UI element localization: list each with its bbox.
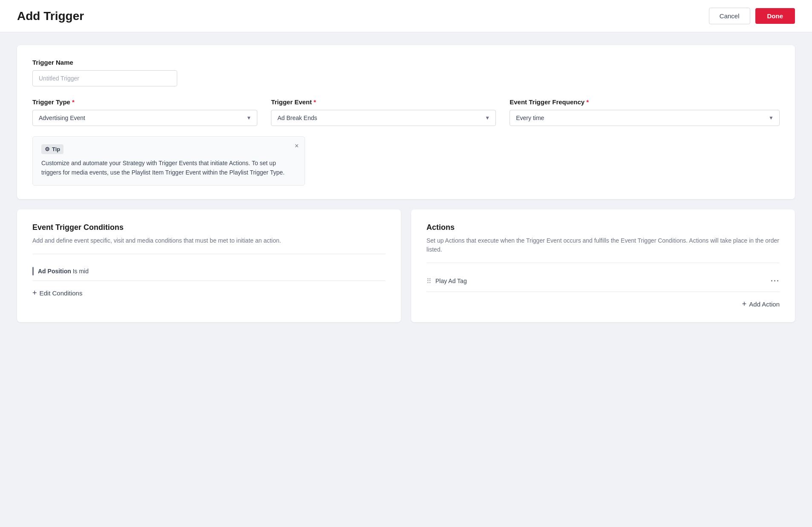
trigger-event-select[interactable]: Ad Break Ends Ad Break Starts Ad Complet… [271, 110, 496, 126]
cancel-button[interactable]: Cancel [709, 8, 750, 24]
header: Add Trigger Cancel Done [0, 0, 812, 32]
actions-card: Actions Set up Actions that execute when… [411, 209, 795, 322]
action-menu-button[interactable]: ··· [771, 277, 780, 286]
tip-close-button[interactable]: × [295, 143, 299, 149]
actions-description: Set up Actions that execute when the Tri… [426, 236, 780, 254]
event-trigger-frequency-wrapper: Every time Once Once per session ▼ [510, 110, 780, 126]
add-action-button[interactable]: + Add Action [742, 300, 780, 309]
trigger-name-label: Trigger Name [32, 59, 780, 66]
condition-bar [32, 267, 34, 275]
trigger-type-label: Trigger Type* [32, 98, 257, 106]
tip-header: ⚙ Tip [41, 144, 296, 154]
condition-text: Ad Position Is mid [38, 268, 89, 275]
trigger-event-group: Trigger Event* Ad Break Ends Ad Break St… [271, 98, 496, 126]
event-trigger-frequency-group: Event Trigger Frequency* Every time Once… [510, 98, 780, 126]
selects-row: Trigger Type* Advertising Event Playlist… [32, 98, 780, 126]
tip-text: Customize and automate your Strategy wit… [41, 158, 296, 178]
conditions-card: Event Trigger Conditions Add and define … [17, 209, 401, 322]
action-item: ⠿ Play Ad Tag ··· [426, 271, 780, 292]
condition-operator: Is [73, 268, 79, 275]
trigger-name-input[interactable] [32, 70, 177, 86]
trigger-type-group: Trigger Type* Advertising Event Playlist… [32, 98, 257, 126]
conditions-divider [32, 254, 386, 254]
action-left: ⠿ Play Ad Tag [426, 277, 467, 285]
header-actions: Cancel Done [709, 8, 795, 24]
trigger-event-label: Trigger Event* [271, 98, 496, 106]
add-action-plus-icon: + [742, 300, 747, 309]
tip-box: ⚙ Tip × Customize and automate your Stra… [32, 136, 305, 186]
actions-divider [426, 263, 780, 263]
drag-handle-icon: ⠿ [426, 277, 431, 285]
page-title: Add Trigger [17, 9, 84, 23]
trigger-name-field: Trigger Name [32, 59, 780, 86]
trigger-type-wrapper: Advertising Event Playlist Trigger Playe… [32, 110, 257, 126]
trigger-type-select[interactable]: Advertising Event Playlist Trigger Playe… [32, 110, 257, 126]
conditions-description: Add and define event specific, visit and… [32, 236, 386, 245]
bottom-row: Event Trigger Conditions Add and define … [17, 209, 795, 322]
event-trigger-frequency-label: Event Trigger Frequency* [510, 98, 780, 106]
tip-label: Tip [52, 146, 60, 152]
main-content: Trigger Name Trigger Type* Advertising E… [0, 32, 812, 335]
trigger-event-wrapper: Ad Break Ends Ad Break Starts Ad Complet… [271, 110, 496, 126]
conditions-title: Event Trigger Conditions [32, 223, 386, 232]
gear-icon: ⚙ [45, 146, 50, 152]
condition-value: mid [79, 268, 89, 275]
trigger-config-card: Trigger Name Trigger Type* Advertising E… [17, 45, 795, 199]
tip-icon-wrapper: ⚙ Tip [41, 144, 63, 154]
done-button[interactable]: Done [755, 8, 795, 24]
condition-key: Ad Position [38, 268, 73, 275]
event-trigger-frequency-select[interactable]: Every time Once Once per session [510, 110, 780, 126]
edit-conditions-plus-icon: + [32, 289, 37, 298]
edit-conditions-label: Edit Conditions [40, 289, 83, 297]
edit-conditions-button[interactable]: + Edit Conditions [32, 289, 82, 298]
condition-item: Ad Position Is mid [32, 262, 386, 281]
action-name: Play Ad Tag [435, 278, 467, 284]
actions-title: Actions [426, 223, 780, 232]
add-action-label: Add Action [749, 301, 780, 308]
